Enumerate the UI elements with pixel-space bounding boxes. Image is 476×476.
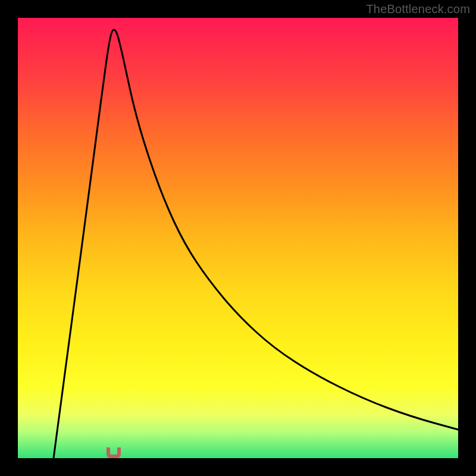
bottleneck-curve-path [54, 30, 458, 458]
chart-frame: TheBottleneck.com [0, 0, 476, 476]
plot-area [18, 18, 458, 458]
watermark-text: TheBottleneck.com [366, 2, 470, 16]
minimum-marker [107, 447, 121, 458]
curve-svg [18, 18, 458, 458]
